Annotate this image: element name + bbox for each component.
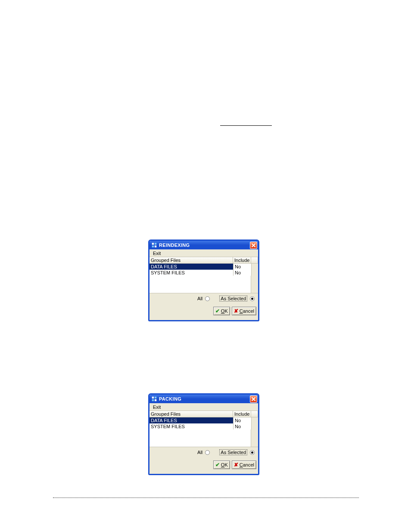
- cell-files: SYSTEM FILES: [149, 270, 233, 276]
- table-row[interactable]: DATA FILES No: [149, 417, 258, 423]
- underline-decoration: [220, 125, 272, 126]
- window-title: PACKING: [159, 396, 181, 401]
- svg-rect-4: [152, 397, 154, 398]
- cell-include: No: [233, 423, 251, 429]
- radio-all[interactable]: [205, 450, 210, 455]
- title-bar-left: PACKING: [151, 396, 181, 402]
- svg-rect-5: [155, 397, 156, 398]
- files-table: Grouped Files Include DATA FILES No SYST…: [149, 257, 258, 293]
- cell-include: No: [233, 264, 251, 270]
- cancel-button[interactable]: ✘ Cancel: [232, 460, 256, 469]
- svg-rect-0: [152, 243, 154, 245]
- menu-exit[interactable]: Exit: [151, 250, 162, 256]
- col-include[interactable]: Include: [233, 257, 251, 264]
- title-bar[interactable]: REINDEXING: [149, 241, 258, 249]
- radio-as-selected[interactable]: [250, 296, 255, 301]
- col-include[interactable]: Include: [233, 411, 251, 417]
- svg-rect-6: [152, 399, 154, 401]
- check-icon: ✔: [215, 462, 220, 467]
- divider-dotted: [53, 498, 359, 498]
- cancel-button[interactable]: ✘ Cancel: [232, 307, 256, 315]
- svg-rect-7: [155, 399, 156, 401]
- radio-all-label: All: [197, 450, 202, 455]
- col-grouped-files[interactable]: Grouped Files: [149, 411, 233, 417]
- table-header-row: Grouped Files Include: [149, 411, 258, 417]
- scrollbar-track[interactable]: [251, 276, 258, 293]
- scrollbar-track[interactable]: [251, 264, 258, 270]
- packing-dialog: PACKING Exit Grouped Files Include DATA …: [148, 393, 259, 475]
- app-icon: [151, 242, 157, 248]
- dialog-buttons: ✔ OK ✘ Cancel: [149, 457, 258, 474]
- scrollbar-track[interactable]: [251, 429, 258, 447]
- cell-files: DATA FILES: [149, 417, 233, 423]
- x-icon: ✘: [234, 308, 238, 314]
- cell-include: No: [233, 417, 251, 423]
- table-filler: [149, 429, 258, 447]
- scrollbar-header: [251, 411, 258, 417]
- radio-all[interactable]: [205, 296, 210, 301]
- svg-rect-3: [155, 246, 156, 247]
- radio-as-selected-label: As Selected: [219, 449, 247, 455]
- close-icon: [252, 243, 255, 247]
- files-table: Grouped Files Include DATA FILES No SYST…: [149, 411, 258, 447]
- menu-bar: Exit: [149, 249, 258, 257]
- app-icon: [151, 396, 157, 402]
- svg-rect-2: [152, 246, 154, 247]
- menu-bar: Exit: [149, 403, 258, 411]
- close-button[interactable]: [250, 242, 257, 249]
- scrollbar-track[interactable]: [251, 270, 258, 276]
- scrollbar-track[interactable]: [251, 417, 258, 423]
- radio-all-label: All: [197, 296, 202, 301]
- ok-rest: K: [224, 308, 227, 314]
- table-row[interactable]: DATA FILES No: [149, 264, 258, 270]
- reindexing-dialog: REINDEXING Exit Grouped Files Include DA…: [148, 240, 259, 321]
- radio-group: All As Selected: [149, 293, 258, 304]
- dialog-buttons: ✔ OK ✘ Cancel: [149, 304, 258, 320]
- svg-rect-1: [155, 243, 156, 245]
- close-button[interactable]: [250, 395, 257, 403]
- table-filler: [149, 276, 258, 293]
- table-row[interactable]: SYSTEM FILES No: [149, 423, 258, 429]
- menu-exit[interactable]: Exit: [151, 404, 162, 410]
- scrollbar-track[interactable]: [251, 423, 258, 429]
- radio-as-selected-label: As Selected: [219, 296, 247, 302]
- ok-button[interactable]: ✔ OK: [213, 307, 230, 315]
- radio-as-selected[interactable]: [250, 450, 255, 455]
- cell-include: No: [233, 270, 251, 276]
- title-bar[interactable]: PACKING: [149, 395, 258, 403]
- table-header-row: Grouped Files Include: [149, 257, 258, 264]
- window-title: REINDEXING: [159, 243, 190, 248]
- x-icon: ✘: [234, 462, 238, 467]
- cancel-rest: ancel: [243, 308, 254, 314]
- check-icon: ✔: [215, 308, 220, 314]
- cell-files: SYSTEM FILES: [149, 423, 233, 429]
- radio-group: All As Selected: [149, 447, 258, 457]
- scrollbar-header: [251, 257, 258, 264]
- ok-button[interactable]: ✔ OK: [213, 460, 230, 469]
- close-icon: [252, 397, 255, 401]
- cell-files: DATA FILES: [149, 264, 233, 270]
- table-row[interactable]: SYSTEM FILES No: [149, 270, 258, 276]
- col-grouped-files[interactable]: Grouped Files: [149, 257, 233, 264]
- title-bar-left: REINDEXING: [151, 242, 190, 248]
